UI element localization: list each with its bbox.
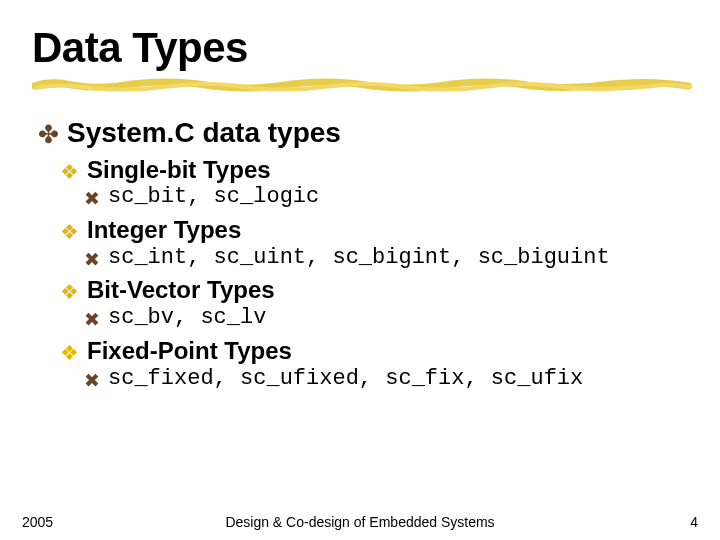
bullet-level3: ✖ sc_bit, sc_logic — [84, 185, 688, 210]
y-bullet-icon: ❖ — [60, 219, 79, 244]
content: ✤ System.C data types ❖ Single-bit Types… — [32, 116, 688, 391]
x-bullet-icon: ✖ — [84, 369, 100, 393]
bullet-l3-text: sc_int, sc_uint, sc_bigint, sc_biguint — [108, 246, 610, 271]
z-bullet-icon: ✤ — [38, 120, 59, 149]
bullet-level3: ✖ sc_bv, sc_lv — [84, 306, 688, 331]
y-bullet-icon: ❖ — [60, 279, 79, 304]
bullet-l2-text: Integer Types — [87, 216, 241, 245]
slide-title: Data Types — [32, 24, 688, 72]
slide: Data Types ✤ System.C data types ❖ Singl… — [0, 0, 720, 391]
bullet-level2: ❖ Integer Types — [60, 216, 688, 245]
footer-title: Design & Co-design of Embedded Systems — [225, 514, 494, 531]
bullet-level3: ✖ sc_fixed, sc_ufixed, sc_fix, sc_ufix — [84, 367, 688, 392]
footer: 2005 Design & Co-design of Embedded Syst… — [0, 514, 720, 530]
x-bullet-icon: ✖ — [84, 308, 100, 332]
scribble-icon — [32, 78, 692, 92]
bullet-l3-text: sc_bit, sc_logic — [108, 185, 319, 210]
bullet-level2: ❖ Single-bit Types — [60, 156, 688, 185]
bullet-l2-text: Bit-Vector Types — [87, 276, 275, 305]
y-bullet-icon: ❖ — [60, 159, 79, 184]
bullet-l3-text: sc_bv, sc_lv — [108, 306, 266, 331]
bullet-l1-text: System.C data types — [67, 116, 341, 150]
bullet-l3-text: sc_fixed, sc_ufixed, sc_fix, sc_ufix — [108, 367, 583, 392]
bullet-level1: ✤ System.C data types — [38, 116, 688, 150]
y-bullet-icon: ❖ — [60, 340, 79, 365]
x-bullet-icon: ✖ — [84, 187, 100, 211]
title-underline — [32, 78, 688, 90]
footer-page-number: 4 — [690, 514, 698, 530]
bullet-level2: ❖ Fixed-Point Types — [60, 337, 688, 366]
footer-year: 2005 — [22, 514, 53, 530]
x-bullet-icon: ✖ — [84, 248, 100, 272]
bullet-level3: ✖ sc_int, sc_uint, sc_bigint, sc_biguint — [84, 246, 688, 271]
bullet-level2: ❖ Bit-Vector Types — [60, 276, 688, 305]
bullet-l2-text: Fixed-Point Types — [87, 337, 292, 366]
bullet-l2-text: Single-bit Types — [87, 156, 271, 185]
